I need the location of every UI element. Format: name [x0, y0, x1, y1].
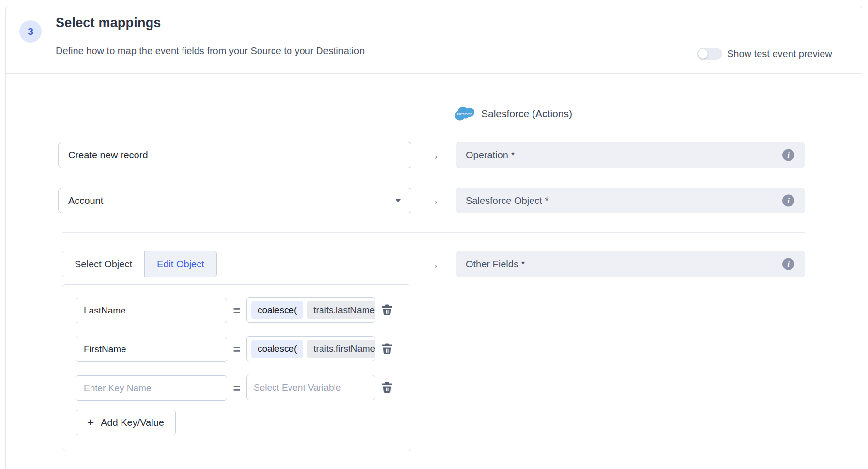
toggle-knob — [698, 49, 708, 59]
destination-name: Salesforce (Actions) — [481, 108, 572, 120]
key-input[interactable] — [76, 375, 227, 401]
variable-chip[interactable]: traits.firstName — [307, 340, 375, 358]
salesforce-cloud-icon: salesforce — [454, 106, 474, 121]
delete-row-button[interactable] — [380, 336, 394, 361]
header-divider — [6, 73, 862, 74]
other-fields-label: Other Fields * — [466, 259, 525, 270]
trash-icon — [381, 343, 393, 355]
step-number-badge: 3 — [19, 20, 42, 43]
object-destination-field[interactable]: Salesforce Object * i — [456, 188, 805, 213]
arrow-right-icon: → — [422, 251, 444, 277]
info-icon[interactable]: i — [782, 258, 794, 270]
operation-destination-label: Operation * — [466, 150, 515, 161]
arrow-right-icon: → — [422, 188, 444, 213]
add-key-value-button[interactable]: + Add Key/Value — [76, 410, 176, 435]
page-subtitle: Define how to map the event fields from … — [56, 46, 365, 57]
function-chip[interactable]: coalesce( — [251, 340, 303, 358]
operation-destination-field[interactable]: Operation * i — [456, 142, 805, 168]
section-divider — [62, 464, 805, 464]
section-divider — [62, 232, 805, 233]
add-key-value-label: Add Key/Value — [101, 417, 164, 428]
operation-source-input[interactable]: Create new record — [58, 142, 411, 168]
equals-sign: = — [228, 298, 245, 323]
equals-sign: = — [228, 337, 245, 362]
info-icon[interactable]: i — [782, 149, 794, 161]
variable-chip[interactable]: traits.lastName — [307, 301, 375, 319]
trash-icon — [381, 304, 393, 316]
arrow-right-icon: → — [422, 142, 444, 168]
key-input[interactable] — [76, 298, 227, 323]
svg-text:salesforce: salesforce — [457, 112, 472, 116]
object-mode-tabs: Select Object Edit Object — [62, 251, 217, 277]
value-field[interactable]: coalesce( traits.lastName — [246, 297, 375, 323]
object-destination-label: Salesforce Object * — [466, 195, 548, 206]
page-title: Select mappings — [56, 16, 161, 31]
value-input[interactable] — [246, 375, 375, 400]
object-source-dropdown[interactable]: Account — [58, 188, 411, 213]
test-event-preview-label: Show test event preview — [727, 48, 832, 60]
tab-edit-object[interactable]: Edit Object — [145, 251, 216, 277]
function-chip[interactable]: coalesce( — [251, 301, 303, 319]
test-event-preview-toggle[interactable] — [697, 48, 722, 60]
plus-icon: + — [87, 417, 94, 428]
object-source-value: Account — [68, 195, 103, 206]
other-fields-destination-field[interactable]: Other Fields * i — [456, 251, 805, 277]
trash-icon — [381, 382, 393, 393]
value-field[interactable]: coalesce( traits.firstName — [246, 336, 375, 361]
mappings-page: 3 Select mappings Define how to map the … — [0, 0, 868, 469]
key-input[interactable] — [76, 337, 227, 362]
key-value-editor-panel: = coalesce( traits.lastName = coalesce( … — [62, 284, 411, 451]
equals-sign: = — [228, 375, 245, 401]
chevron-down-icon — [395, 199, 401, 203]
delete-row-button[interactable] — [380, 375, 394, 400]
delete-row-button[interactable] — [380, 297, 394, 323]
operation-source-value: Create new record — [68, 150, 148, 161]
tab-select-object[interactable]: Select Object — [62, 251, 145, 277]
info-icon[interactable]: i — [782, 195, 794, 207]
